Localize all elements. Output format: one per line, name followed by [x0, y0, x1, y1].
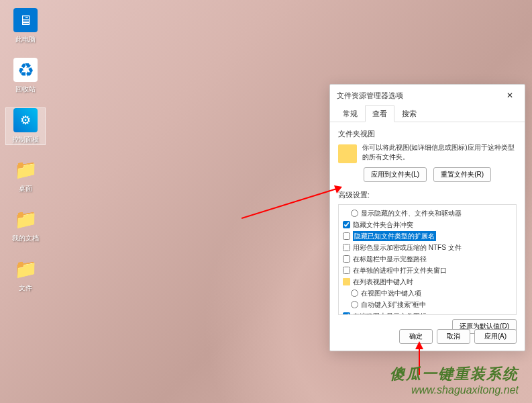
icon-label: 回收站: [5, 85, 46, 94]
setting-radio-auto-search[interactable]: 自动键入到"搜索"框中: [343, 299, 512, 310]
setting-label: 在标题栏中显示完整路径: [353, 254, 427, 264]
ok-button[interactable]: 确定: [399, 329, 433, 344]
checkbox-icon[interactable]: [343, 244, 350, 251]
setting-hide-extensions[interactable]: 隐藏已知文件类型的扩展名: [343, 230, 512, 242]
setting-typing-group: 在列表视图中键入时: [343, 276, 512, 287]
apply-button[interactable]: 应用(A): [474, 329, 517, 344]
cancel-button[interactable]: 取消: [437, 329, 470, 344]
recycle-icon: ♻: [13, 58, 38, 82]
reset-folders-button[interactable]: 重置文件夹(R): [433, 167, 491, 182]
dialog-body: 文件夹视图 你可以将此视图(如详细信息或图标)应用于这种类型的所有文件夹。 应用…: [330, 122, 525, 341]
radio-icon[interactable]: [351, 289, 358, 297]
setting-full-path-titlebar[interactable]: 在标题栏中显示完整路径: [343, 253, 512, 265]
setting-label: 隐藏文件夹合并冲突: [353, 220, 413, 230]
dialog-title: 文件资源管理器选项: [337, 91, 403, 101]
folder-view-section: 你可以将此视图(如详细信息或图标)应用于这种类型的所有文件夹。: [338, 143, 517, 163]
radio-icon[interactable]: [351, 301, 358, 308]
setting-label: 自动键入到"搜索"框中: [361, 300, 426, 310]
folder-options-dialog: 文件资源管理器选项 ✕ 常规 查看 搜索 文件夹视图 你可以将此视图(如详细信息…: [329, 84, 525, 351]
checkbox-icon[interactable]: [343, 255, 350, 263]
desktop-icon-recycle[interactable]: ♻ 回收站: [5, 58, 46, 94]
setting-label: 显示隐藏的文件、文件夹和驱动器: [361, 208, 462, 218]
advanced-label: 高级设置:: [338, 190, 517, 200]
folder-icon: 📁: [13, 157, 38, 181]
setting-color-ntfs[interactable]: 用彩色显示加密或压缩的 NTFS 文件: [343, 242, 512, 253]
control-panel-icon: ⚙: [13, 108, 38, 132]
setting-hide-merge-conflicts[interactable]: 隐藏文件夹合并冲突: [343, 219, 512, 230]
setting-radio-select-typed[interactable]: 在视图中选中键入项: [343, 287, 512, 299]
setting-radio-show-hidden[interactable]: 显示隐藏的文件、文件夹和驱动器: [343, 208, 512, 219]
setting-separate-process[interactable]: 在单独的进程中打开文件夹窗口: [343, 265, 512, 276]
checkbox-icon[interactable]: [343, 221, 350, 228]
radio-icon[interactable]: [351, 210, 358, 217]
setting-label: 在视图中选中键入项: [361, 288, 421, 298]
watermark-url: www.shaguaxitong.net: [390, 384, 519, 396]
folder-view-label: 文件夹视图: [338, 129, 517, 139]
watermark-title: 傻瓜一键重装系统: [390, 364, 519, 384]
tabs: 常规 查看 搜索: [330, 105, 525, 122]
close-button[interactable]: ✕: [500, 89, 519, 102]
folder-icon: [338, 144, 357, 163]
setting-label: 在列表视图中键入时: [353, 277, 413, 287]
dialog-footer: 确定 取消 应用(A): [399, 329, 517, 344]
setting-label: 用彩色显示加密或压缩的 NTFS 文件: [353, 242, 462, 253]
setting-thumbnail-icons[interactable]: 在缩略图上显示文件图标: [343, 310, 512, 315]
desktop-icon-folder[interactable]: 📁 桌面: [5, 157, 46, 193]
watermark: 傻瓜一键重装系统 www.shaguaxitong.net: [390, 364, 519, 396]
setting-label: 在缩略图上显示文件图标: [353, 311, 427, 315]
folder-view-description: 你可以将此视图(如详细信息或图标)应用于这种类型的所有文件夹。: [362, 143, 517, 163]
checkbox-icon[interactable]: [343, 312, 350, 315]
checkbox-icon[interactable]: [343, 267, 350, 274]
computer-icon: 🖥: [13, 8, 38, 32]
setting-label: 在单独的进程中打开文件夹窗口: [353, 265, 447, 275]
dialog-titlebar: 文件资源管理器选项 ✕: [330, 85, 525, 105]
folder-icon: [343, 278, 350, 285]
advanced-settings-panel[interactable]: 显示隐藏的文件、文件夹和驱动器 隐藏文件夹合并冲突 隐藏已知文件类型的扩展名 用…: [338, 204, 517, 315]
desktop-icon-folder[interactable]: 📁 我的文档: [5, 207, 46, 243]
icon-label: 文件: [5, 283, 46, 293]
folder-icon: 📁: [13, 207, 38, 231]
apply-to-folders-button[interactable]: 应用到文件夹(L): [364, 167, 427, 182]
desktop-icon-control-panel[interactable]: ⚙ 控制面板: [5, 107, 46, 145]
icon-label: 我的文档: [5, 234, 46, 243]
icon-label: 桌面: [5, 184, 46, 193]
tab-search[interactable]: 搜索: [394, 105, 424, 122]
folder-icon: 📁: [13, 257, 38, 281]
tab-view[interactable]: 查看: [365, 105, 394, 122]
tab-general[interactable]: 常规: [335, 105, 365, 122]
desktop-icon-computer[interactable]: 🖥 此电脑: [5, 8, 46, 44]
icon-label: 此电脑: [5, 35, 46, 44]
checkbox-icon[interactable]: [343, 232, 350, 240]
setting-label: 隐藏已知文件类型的扩展名: [353, 231, 436, 241]
desktop-icon-folder[interactable]: 📁 文件: [5, 257, 46, 293]
icon-label: 控制面板: [6, 135, 45, 144]
